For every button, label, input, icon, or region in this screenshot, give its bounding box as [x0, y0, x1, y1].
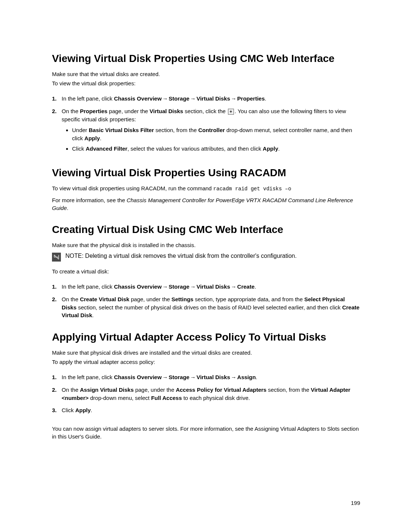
- paragraph: Make sure that the physical disk is inst…: [52, 241, 360, 249]
- list-item: Under Basic Virtual Disks Filter section…: [72, 126, 360, 142]
- arrow-icon: →: [162, 374, 168, 380]
- arrow-icon: →: [190, 374, 196, 380]
- paragraph: To create a virtual disk:: [52, 267, 360, 275]
- step-number: 2.: [52, 386, 62, 402]
- paragraph: To view the virtual disk properties:: [52, 79, 360, 87]
- step-body: In the left pane, click Chassis Overview…: [62, 373, 360, 381]
- list-item: Click Advanced Filter, select the values…: [72, 145, 360, 153]
- list-item: 2. On the Properties page, under the Vir…: [52, 107, 360, 155]
- section-heading: Creating Virtual Disk Using CMC Web Inte…: [52, 223, 360, 236]
- plus-expand-icon: +: [228, 109, 234, 115]
- paragraph: Make sure that physical disk drives are …: [52, 349, 360, 357]
- arrow-icon: →: [162, 283, 168, 290]
- step-body: Click Apply.: [62, 406, 360, 414]
- ordered-list: 1. In the left pane, click Chassis Overv…: [52, 373, 360, 414]
- section-heading: Viewing Virtual Disk Properties Using RA…: [52, 166, 360, 179]
- list-item: 3. Click Apply.: [52, 406, 360, 414]
- note: NOTE: Deleting a virtual disk removes th…: [52, 253, 360, 262]
- list-item: 1. In the left pane, click Chassis Overv…: [52, 95, 360, 103]
- list-item: 2. On the Assign Virtual Disks page, und…: [52, 386, 360, 402]
- section-heading: Viewing Virtual Disk Properties Using CM…: [52, 52, 360, 65]
- arrow-icon: →: [231, 283, 237, 290]
- arrow-icon: →: [231, 95, 237, 102]
- list-item: 1. In the left pane, click Chassis Overv…: [52, 373, 360, 381]
- step-number: 1.: [52, 373, 62, 381]
- note-icon: [52, 253, 61, 262]
- ordered-list: 1. In the left pane, click Chassis Overv…: [52, 95, 360, 155]
- step-number: 2.: [52, 295, 62, 319]
- step-number: 1.: [52, 95, 62, 103]
- step-number: 2.: [52, 107, 62, 155]
- paragraph: For more information, see the Chassis Ma…: [52, 196, 360, 212]
- note-text: NOTE: Deleting a virtual disk removes th…: [65, 253, 297, 259]
- step-body: In the left pane, click Chassis Overview…: [62, 283, 360, 291]
- step-number: 1.: [52, 283, 62, 291]
- arrow-icon: →: [231, 374, 237, 380]
- ordered-list: 1. In the left pane, click Chassis Overv…: [52, 283, 360, 319]
- step-body: On the Properties page, under the Virtua…: [62, 107, 360, 155]
- paragraph: Make sure that the virtual disks are cre…: [52, 70, 360, 78]
- step-body: On the Create Virtual Disk page, under t…: [62, 295, 360, 319]
- step-body: In the left pane, click Chassis Overview…: [62, 95, 360, 103]
- paragraph: You can now assign virtual adapters to s…: [52, 425, 360, 440]
- step-body: On the Assign Virtual Disks page, under …: [62, 386, 360, 402]
- list-item: 1. In the left pane, click Chassis Overv…: [52, 283, 360, 291]
- unordered-list: Under Basic Virtual Disks Filter section…: [62, 126, 360, 152]
- list-item: 2. On the Create Virtual Disk page, unde…: [52, 295, 360, 319]
- section-heading: Applying Virtual Adapter Access Policy T…: [52, 331, 360, 344]
- page-number: 199: [351, 500, 360, 506]
- arrow-icon: →: [190, 95, 196, 102]
- paragraph: To apply the virtual adapter access poli…: [52, 358, 360, 366]
- step-number: 3.: [52, 406, 62, 414]
- paragraph: To view virtual disk properties using RA…: [52, 184, 360, 193]
- arrow-icon: →: [162, 95, 168, 102]
- code: racadm raid get vdisks –o: [213, 186, 291, 192]
- arrow-icon: →: [190, 283, 196, 290]
